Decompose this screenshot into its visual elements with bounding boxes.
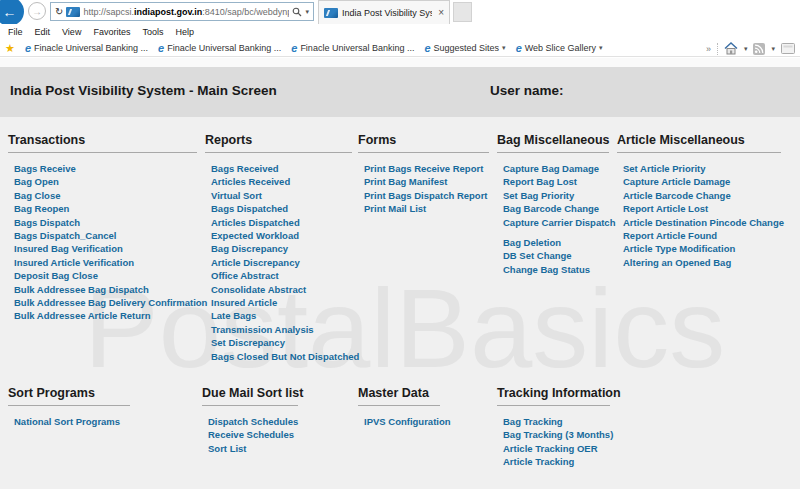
menu-link[interactable]: Late Bags — [211, 309, 352, 322]
menu-link[interactable]: Bulk Addressee Bag Dispatch — [14, 283, 197, 296]
refresh-icon[interactable]: ↻ — [55, 6, 63, 17]
menu-link[interactable]: Set Bag Priority — [503, 189, 609, 202]
menu-help[interactable]: Help — [169, 27, 200, 37]
menu-link[interactable]: Sort List — [208, 442, 298, 455]
menu-link[interactable]: Bags Receive — [14, 162, 197, 175]
menu-link[interactable]: Dispatch Schedules — [208, 415, 298, 428]
section-reports: Reports Bags ReceivedArticles ReceivedVi… — [205, 133, 352, 363]
menu-file[interactable]: File — [2, 27, 29, 37]
favorite-item-finacle-3[interactable]: e Finacle Universal Banking ... — [291, 43, 414, 54]
menu-link[interactable]: Print Bag Manifest — [364, 175, 489, 188]
favorites-star-icon[interactable]: ★ — [5, 43, 15, 54]
forward-button[interactable]: → — [28, 2, 46, 20]
rss-feed-icon[interactable] — [753, 43, 765, 55]
menu-link[interactable]: Expected Workload — [211, 229, 352, 242]
section-title: Sort Programs — [8, 386, 130, 406]
menu-link[interactable]: Capture Article Damage — [623, 175, 781, 188]
menu-link[interactable]: Altering an Opened Bag — [623, 256, 781, 269]
favorite-item-web-slice-gallery[interactable]: e Web Slice Gallery ▾ — [516, 43, 603, 54]
ie-page-icon: e — [158, 43, 164, 54]
menu-link[interactable]: Article Destination Pincode Change — [623, 216, 781, 229]
favorite-item-finacle-2[interactable]: e Finacle Universal Banking ... — [158, 43, 281, 54]
menu-view[interactable]: View — [56, 27, 87, 37]
menu-link[interactable]: Bulk Addressee Article Return — [14, 309, 197, 322]
chevron-down-icon[interactable]: ▾ — [744, 45, 748, 53]
section-title: Article Miscellaneous — [617, 133, 781, 153]
menu-link[interactable]: Bags Dispatch — [14, 216, 197, 229]
tab-india-post-visibility-system[interactable]: India Post Visibility System × — [318, 0, 450, 24]
menu-link[interactable]: Transmission Analysis — [211, 323, 352, 336]
chevron-down-icon[interactable]: ▾ — [771, 45, 775, 53]
menu-link[interactable]: Bags Dispatched — [211, 202, 352, 215]
menu-link[interactable]: Article Barcode Change — [623, 189, 781, 202]
menu-link[interactable]: Bags Received — [211, 162, 352, 175]
url-text[interactable]: http://sapcsi.indiapost.gov.in:8410/sap/… — [83, 7, 289, 17]
menu-favorites[interactable]: Favorites — [87, 27, 136, 37]
section-due-mail-sort-list: Due Mail Sort list Dispatch SchedulesRec… — [202, 386, 298, 455]
section-title: Reports — [205, 133, 352, 153]
menu-link[interactable]: Bag Deletion — [503, 236, 609, 249]
menu-tools[interactable]: Tools — [136, 27, 169, 37]
browser-top-bar: ← → ↻ http://sapcsi.indiapost.gov.in:841… — [0, 0, 800, 24]
section-tracking-information: Tracking Information Bag TrackingBag Tra… — [497, 386, 610, 469]
address-bar[interactable]: ↻ http://sapcsi.indiapost.gov.in:8410/sa… — [50, 2, 314, 21]
ie-page-icon: e — [424, 43, 430, 54]
mail-icon[interactable] — [781, 43, 795, 54]
favorites-overflow-icon[interactable]: » — [706, 44, 711, 54]
menu-link[interactable]: Article Discrepancy — [211, 256, 352, 269]
menu-link[interactable]: Bag Reopen — [14, 202, 197, 215]
menu-link[interactable]: Bag Close — [14, 189, 197, 202]
menu-link[interactable]: Report Article Lost — [623, 202, 781, 215]
menu-link[interactable]: Set Article Priority — [623, 162, 781, 175]
menu-link[interactable]: Report Article Found — [623, 229, 781, 242]
menu-link[interactable]: Bag Open — [14, 175, 197, 188]
menu-link[interactable]: Capture Carrier Dispatch — [503, 216, 609, 229]
address-dropdown-icon[interactable]: ▾ — [305, 8, 309, 16]
menu-link[interactable]: Insured Article — [211, 296, 352, 309]
menu-link[interactable]: Articles Received — [211, 175, 352, 188]
menu-link[interactable]: Office Abstract — [211, 269, 352, 282]
menu-link[interactable]: Print Mail List — [364, 202, 489, 215]
menu-link[interactable]: Bags Closed But Not Dispatched — [211, 350, 352, 363]
menu-link[interactable]: Insured Bag Verification — [14, 242, 197, 255]
home-icon[interactable] — [724, 42, 738, 55]
menu-link[interactable]: Bag Discrepancy — [211, 242, 352, 255]
search-icon[interactable] — [292, 7, 302, 17]
menu-link[interactable]: National Sort Programs — [14, 415, 130, 428]
forward-arrow-icon: → — [32, 6, 42, 17]
tab-close-icon[interactable]: × — [438, 7, 444, 18]
menu-link[interactable]: Report Bag Lost — [503, 175, 609, 188]
section-article-miscellaneous: Article Miscellaneous Set Article Priori… — [617, 133, 781, 269]
menu-link[interactable]: Change Bag Status — [503, 263, 609, 276]
menu-link[interactable]: IPVS Configuration — [364, 415, 440, 428]
menu-link[interactable]: DB Set Change — [503, 249, 609, 262]
menu-link[interactable]: Articles Dispatched — [211, 216, 352, 229]
menu-link[interactable]: Print Bags Dispatch Report — [364, 189, 489, 202]
menu-link[interactable]: Article Tracking OER — [503, 442, 610, 455]
ie-page-icon: e — [516, 43, 522, 54]
menu-link[interactable]: Print Bags Receive Report — [364, 162, 489, 175]
menu-link[interactable]: Bag Tracking — [503, 415, 610, 428]
menu-link[interactable]: Insured Article Verification — [14, 256, 197, 269]
menu-link[interactable]: Virtual Sort — [211, 189, 352, 202]
menu-link[interactable]: Bulk Addressee Bag Delivery Confirmation — [14, 296, 197, 309]
menu-link[interactable]: Consolidate Abstract — [211, 283, 352, 296]
favorite-item-suggested-sites[interactable]: e Suggested Sites ▾ — [424, 43, 505, 54]
new-tab-button[interactable] — [453, 2, 472, 22]
menu-link[interactable]: Deposit Bag Close — [14, 269, 197, 282]
toolbar-divider — [717, 43, 718, 55]
back-button[interactable]: ← — [0, 0, 24, 26]
menu-link[interactable]: Article Type Modification — [623, 242, 781, 255]
menu-link[interactable]: Capture Bag Damage — [503, 162, 609, 175]
menu-link[interactable]: Article Tracking — [503, 455, 610, 468]
section-title: Bag Miscellaneous — [497, 133, 609, 153]
menu-link[interactable]: Bags Dispatch_Cancel — [14, 229, 197, 242]
ie-page-icon: e — [25, 43, 31, 54]
favorite-item-finacle-1[interactable]: e Finacle Universal Banking ... — [25, 43, 148, 54]
section-title: Master Data — [358, 386, 440, 406]
menu-link[interactable]: Bag Barcode Change — [503, 202, 609, 215]
menu-link[interactable]: Receive Schedules — [208, 428, 298, 441]
menu-edit[interactable]: Edit — [29, 27, 57, 37]
menu-link[interactable]: Bag Tracking (3 Months) — [503, 428, 610, 441]
menu-link[interactable]: Set Discrepancy — [211, 336, 352, 349]
